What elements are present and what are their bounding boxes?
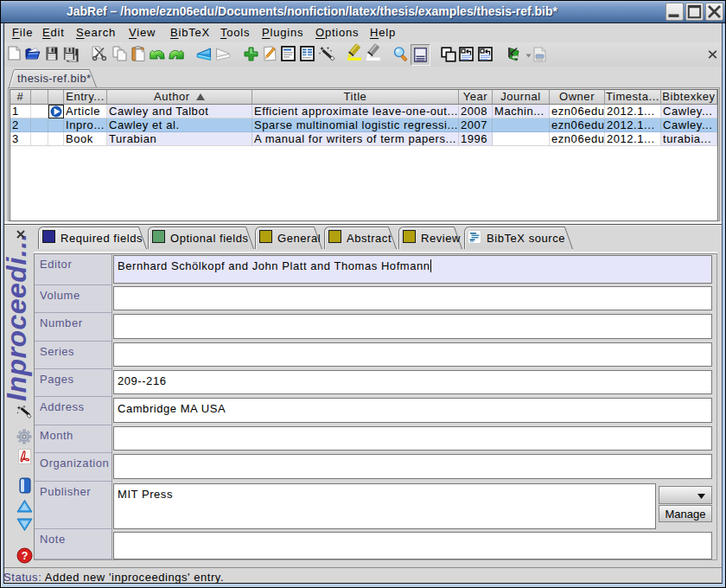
svg-text:?: ? bbox=[22, 550, 29, 562]
